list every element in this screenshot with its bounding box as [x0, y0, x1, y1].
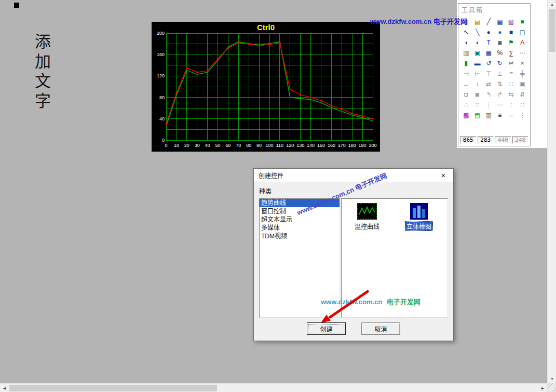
- flip-horizontal-icon[interactable]: ⇆: [506, 89, 517, 100]
- cut-icon[interactable]: ✂: [506, 58, 517, 69]
- arc-tool-icon[interactable]: ◗: [472, 37, 483, 48]
- circle-tool-icon[interactable]: ●: [494, 27, 506, 37]
- formula-icon[interactable]: ∑: [506, 48, 517, 58]
- category-label: 种类: [259, 186, 448, 195]
- align-center-icon[interactable]: ≡: [506, 69, 517, 79]
- align-left-icon[interactable]: ⊣: [460, 69, 472, 79]
- rect-tool-icon[interactable]: ■: [506, 27, 517, 37]
- space-across-icon[interactable]: ⇄: [483, 79, 494, 89]
- control-item-3d-bar[interactable]: 立体棒图: [402, 203, 436, 231]
- app-window: 添加文字 Ctrl0 04080120160200010203040506070…: [0, 0, 556, 392]
- open-project-icon[interactable]: ▤: [472, 17, 483, 27]
- toolbox-status-row: 865 283 440 248: [460, 136, 528, 144]
- palette-icon[interactable]: ▤: [472, 110, 483, 120]
- svg-text:160: 160: [157, 52, 165, 57]
- svg-text:40: 40: [159, 116, 165, 121]
- watermark-top: www.dzkfw.com.cn 电子开发网: [370, 16, 467, 26]
- bar-display-icon[interactable]: ▮: [460, 58, 472, 69]
- workspace-icon[interactable]: ■: [517, 17, 528, 27]
- canvas-text-object[interactable]: 添加文字: [30, 33, 53, 112]
- dialog-body: 种类 趋势曲线 窗口控制 超文本显示 多媒体 TDM视频: [254, 182, 453, 321]
- redo-icon[interactable]: ↻: [494, 58, 506, 69]
- svg-text:110: 110: [276, 143, 283, 148]
- scroll-left-icon[interactable]: ◀: [0, 384, 9, 392]
- paste-icon[interactable]: ▥: [460, 48, 472, 58]
- new-window-icon[interactable]: ▯: [460, 17, 472, 27]
- arrange-icon[interactable]: ∵: [472, 100, 483, 110]
- control-item-temp-curve[interactable]: 温控曲线: [350, 203, 384, 231]
- table-icon[interactable]: ▦: [483, 48, 494, 58]
- align-middle-icon[interactable]: ╪: [517, 69, 528, 79]
- svg-text:150: 150: [317, 143, 325, 148]
- scroll-right-icon[interactable]: ▶: [538, 384, 547, 392]
- align-bottom-icon[interactable]: ⊥: [494, 69, 506, 79]
- bitmap-icon[interactable]: ▣: [472, 48, 483, 58]
- list-item-trend-curve[interactable]: 趋势曲线: [260, 199, 340, 207]
- label-tool-icon[interactable]: A: [517, 37, 528, 48]
- list-item-tdm-video[interactable]: TDM视频: [260, 232, 340, 240]
- selection-handle[interactable]: [14, 3, 19, 8]
- list-item-multimedia[interactable]: 多媒体: [260, 224, 340, 232]
- ratio-icon[interactable]: ∷: [517, 100, 528, 110]
- grid-snap-icon[interactable]: ⋮: [517, 110, 528, 120]
- line-tool-icon[interactable]: ╲: [472, 27, 483, 37]
- trend-curve-control[interactable]: Ctrl0 0408012016020001020304050607080901…: [152, 22, 380, 152]
- button-control-icon[interactable]: ▬: [472, 58, 483, 69]
- close-icon[interactable]: ×: [438, 171, 449, 180]
- pen-tool-icon[interactable]: ╱: [483, 17, 494, 27]
- text-tool-icon[interactable]: T: [483, 37, 494, 48]
- send-back-icon[interactable]: ◙: [472, 89, 483, 100]
- fill-pattern-icon[interactable]: ▩: [460, 110, 472, 120]
- cancel-button[interactable]: 取消: [361, 322, 400, 335]
- vertical-scrollbar-thumb[interactable]: [549, 9, 555, 52]
- same-width-icon[interactable]: ↔: [460, 79, 472, 89]
- delete-icon[interactable]: ×: [517, 58, 528, 69]
- more-tools-icon[interactable]: ⋯: [517, 48, 528, 58]
- bring-front-icon[interactable]: ◘: [460, 89, 472, 100]
- flag-tool-icon[interactable]: ⚑: [506, 37, 517, 48]
- pie-tool-icon[interactable]: ◖: [460, 37, 472, 48]
- space-down-icon[interactable]: ⇅: [494, 79, 506, 89]
- horizontal-scrollbar-thumb[interactable]: [9, 385, 217, 391]
- list-item-window-control[interactable]: 窗口控制: [260, 207, 340, 215]
- dialog-titlebar[interactable]: 创建控件 ×: [254, 169, 453, 182]
- dots-vertical-icon[interactable]: ⋮: [483, 100, 494, 110]
- line-width-icon[interactable]: ═: [506, 110, 517, 120]
- distribute-icon[interactable]: ∴: [460, 100, 472, 110]
- save-icon[interactable]: ▦: [494, 17, 506, 27]
- line-style-icon[interactable]: ≡: [494, 110, 506, 120]
- group-icon[interactable]: ▣: [517, 79, 528, 89]
- rounded-rect-tool-icon[interactable]: ▢: [517, 27, 528, 37]
- rotate-right-icon[interactable]: ↱: [494, 89, 506, 100]
- report-icon[interactable]: ▧: [506, 17, 517, 27]
- toolbox-panel: 工具箱 ▯▤╱▦▧■↖╲●●■▢◖◗T◙⚑A▥▣▦%∑⋯▮▬↺↻✂×⊣⊢⊤⊥≡╪…: [458, 3, 531, 146]
- resize-grip[interactable]: [547, 383, 556, 392]
- chart-title: Ctrl0: [152, 23, 380, 32]
- same-height-icon[interactable]: ↕: [472, 79, 483, 89]
- toolbox-title: 工具箱: [458, 4, 530, 16]
- flip-vertical-icon[interactable]: ⇵: [517, 89, 528, 100]
- vertical-scrollbar[interactable]: ▲ ▼: [547, 0, 556, 383]
- scroll-down-icon[interactable]: ▼: [548, 374, 556, 383]
- control-type-panel[interactable]: 温控曲线 立体棒图: [341, 198, 448, 318]
- create-button[interactable]: 创建: [307, 322, 346, 335]
- percent-icon[interactable]: %: [494, 48, 506, 58]
- svg-text:90: 90: [256, 143, 262, 148]
- color-bar-icon[interactable]: ▥: [483, 110, 494, 120]
- list-item-hypertext-display[interactable]: 超文本显示: [260, 215, 340, 224]
- align-right-icon[interactable]: ⊢: [472, 69, 483, 79]
- select-cursor-icon[interactable]: ↖: [460, 27, 472, 37]
- callout-tool-icon[interactable]: ◙: [494, 37, 506, 48]
- ellipse-tool-icon[interactable]: ●: [483, 27, 494, 37]
- colon-icon[interactable]: ∶: [506, 100, 517, 110]
- scroll-up-icon[interactable]: ▲: [548, 0, 556, 9]
- control-category-list[interactable]: 趋势曲线 窗口控制 超文本显示 多媒体 TDM视频: [259, 198, 340, 318]
- undo-icon[interactable]: ↺: [483, 58, 494, 69]
- rotate-left-icon[interactable]: ↰: [483, 89, 494, 100]
- horizontal-scrollbar[interactable]: ◀ ▶: [0, 383, 547, 392]
- svg-text:120: 120: [157, 73, 165, 78]
- dots-horizontal-icon[interactable]: ⋯: [494, 100, 506, 110]
- same-size-icon[interactable]: ∷: [506, 79, 517, 89]
- svg-text:30: 30: [195, 143, 200, 148]
- align-top-icon[interactable]: ⊤: [483, 69, 494, 79]
